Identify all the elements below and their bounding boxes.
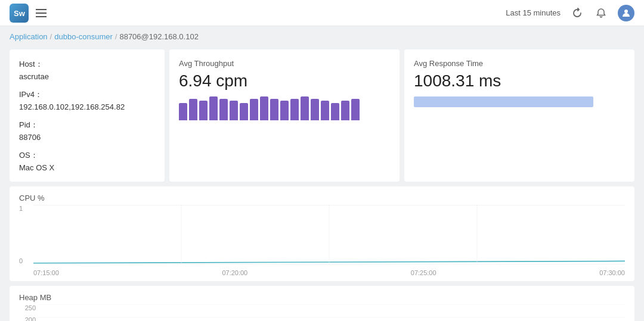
throughput-value: 6.94 cpm <box>179 71 390 91</box>
header: Sw Last 15 minutes <box>0 0 644 26</box>
response-time-card: Avg Response Time 1008.31 ms <box>404 49 634 182</box>
cpu-chart-card: CPU % 1 0 <box>10 186 634 281</box>
cpu-x-3: 07:25:00 <box>411 269 436 276</box>
throughput-card: Avg Throughput 6.94 cpm <box>169 49 400 182</box>
cpu-chart-title: CPU % <box>19 194 625 202</box>
refresh-button[interactable] <box>570 6 584 20</box>
throughput-bar <box>179 103 187 120</box>
throughput-bar-chart <box>179 96 390 120</box>
ipv4-value: 192.168.0.102,192.168.254.82 <box>19 102 155 111</box>
heap-chart-card: Heap MB 250 200 150 100 50 0 <box>10 286 634 321</box>
response-bar-container <box>414 96 625 107</box>
os-value: Mac OS X <box>19 163 155 172</box>
throughput-bar <box>321 101 329 120</box>
throughput-bar <box>290 99 299 120</box>
throughput-bar <box>189 99 197 120</box>
heap-chart-wrap: 250 200 150 100 50 0 <box>19 304 625 321</box>
breadcrumb-sep-2: / <box>115 32 117 41</box>
info-card: Host： ascrutae IPv4： 192.168.0.102,192.1… <box>10 49 165 182</box>
time-range-label: Last 15 minutes <box>506 8 561 17</box>
pid-field: Pid： 88706 <box>19 120 155 142</box>
throughput-bar <box>341 101 349 120</box>
throughput-bar <box>311 99 319 120</box>
cpu-x-4: 07:30:00 <box>599 269 625 276</box>
response-bar <box>414 96 593 107</box>
response-title: Avg Response Time <box>414 59 625 68</box>
throughput-bar <box>230 101 238 120</box>
throughput-bar <box>270 99 278 120</box>
cpu-x-labels: 07:15:00 07:20:00 07:25:00 07:30:00 <box>33 269 625 276</box>
breadcrumb-application[interactable]: Application <box>10 32 48 41</box>
heap-y-250: 250 <box>19 304 36 311</box>
ipv4-label: IPv4： <box>19 89 155 100</box>
cpu-x-1: 07:15:00 <box>33 269 59 276</box>
cpu-plot <box>33 205 625 264</box>
breadcrumb-dubbo-consumer[interactable]: dubbo-consumer <box>54 32 113 41</box>
bell-icon[interactable] <box>594 6 608 20</box>
throughput-bar <box>209 96 218 120</box>
svg-text:Sw: Sw <box>14 9 26 18</box>
heap-y-200: 200 <box>19 316 36 321</box>
heap-plot <box>38 304 625 321</box>
header-right: Last 15 minutes <box>506 5 634 21</box>
cpu-chart-wrap: 1 0 07:15:00 07:20:00 <box>19 205 625 276</box>
response-value: 1008.31 ms <box>414 71 625 91</box>
breadcrumb-current: 88706@192.168.0.102 <box>119 32 198 41</box>
throughput-title: Avg Throughput <box>179 59 390 68</box>
host-value: ascrutae <box>19 72 155 81</box>
throughput-bar <box>260 96 268 120</box>
row-heap: Heap MB 250 200 150 100 50 0 <box>10 286 634 321</box>
heap-y-labels: 250 200 150 100 50 0 <box>19 304 36 321</box>
throughput-bar <box>331 103 339 120</box>
breadcrumb-sep-1: / <box>50 32 52 41</box>
throughput-bar <box>219 99 228 120</box>
cpu-y-min: 0 <box>19 257 31 264</box>
throughput-bar <box>351 99 360 120</box>
os-label: OS： <box>19 150 155 161</box>
row-cpu: CPU % 1 0 <box>10 186 634 281</box>
cpu-x-2: 07:20:00 <box>222 269 247 276</box>
pid-label: Pid： <box>19 120 155 130</box>
ipv4-field: IPv4： 192.168.0.102,192.168.254.82 <box>19 89 155 111</box>
user-avatar[interactable] <box>618 5 634 21</box>
cpu-y-labels: 1 0 <box>19 205 31 264</box>
throughput-bar <box>250 99 258 120</box>
throughput-bar <box>240 103 248 120</box>
cpu-y-max: 1 <box>19 205 31 212</box>
app-logo: Sw <box>10 4 29 23</box>
svg-point-1 <box>624 10 628 13</box>
os-field: OS： Mac OS X <box>19 150 155 172</box>
heap-chart-title: Heap MB <box>19 293 625 302</box>
throughput-bar <box>280 101 289 120</box>
pid-value: 88706 <box>19 133 155 142</box>
throughput-bar <box>199 101 208 120</box>
breadcrumb: Application / dubbo-consumer / 88706@192… <box>0 26 644 47</box>
main-content: Host： ascrutae IPv4： 192.168.0.102,192.1… <box>0 47 644 321</box>
throughput-bar <box>301 96 309 120</box>
row-metrics: Host： ascrutae IPv4： 192.168.0.102,192.1… <box>10 49 634 182</box>
host-field: Host： ascrutae <box>19 59 155 81</box>
host-label: Host： <box>19 59 155 70</box>
header-left: Sw <box>10 4 47 23</box>
hamburger-menu[interactable] <box>36 9 47 17</box>
